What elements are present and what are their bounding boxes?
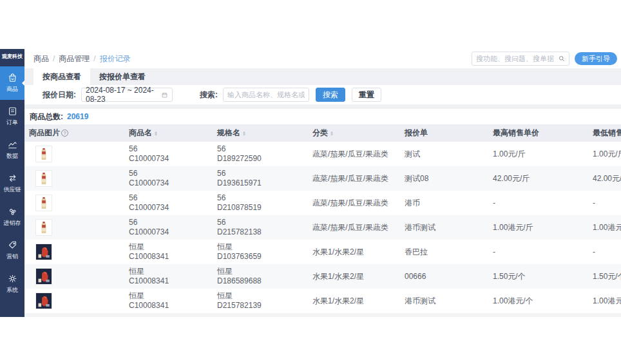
category-cell: 蔬菜/茄果/瓜豆/果蔬类	[308, 149, 400, 160]
global-search-input[interactable]	[472, 55, 558, 62]
app-window: 观麦科技 商品订单数据供应链进销存营销系统 商品/商品管理/报价记录 新手引导 …	[0, 49, 621, 317]
column-header[interactable]: 分类▲▼	[308, 128, 400, 139]
supply-chain-icon	[7, 173, 18, 184]
search-icon[interactable]	[558, 55, 566, 62]
product-name-cell: 恒星C10008341	[124, 267, 213, 286]
spec-name-cell: 恒星D215782139	[213, 291, 308, 311]
lowest-price-cell: 1.00元/斤	[588, 149, 621, 160]
guide-button[interactable]: 新手引导	[575, 52, 617, 65]
keyword-search-label: 搜索:	[200, 90, 218, 101]
sort-icon[interactable]: ▲▼	[154, 131, 158, 136]
product-id: C10000734	[129, 227, 213, 237]
breadcrumb-link[interactable]: 商品	[33, 53, 49, 64]
category-cell: 水果1/水果2/星	[308, 271, 400, 282]
date-range-input[interactable]: 2024-08-17 ~ 2024-08-23	[81, 88, 173, 102]
sidebar-item-label: 数据	[6, 152, 18, 160]
sidebar-item-system[interactable]: 系统	[0, 267, 24, 301]
product-id: C10008341	[129, 252, 213, 262]
sidebar-item-goods[interactable]: 商品	[0, 66, 24, 100]
category-cell: 蔬菜/茄果/瓜豆/果蔬类	[308, 173, 400, 184]
reset-button[interactable]: 重置	[352, 88, 381, 102]
sidebar-item-label: 供应链	[4, 186, 21, 194]
quote-sheet-cell: 港币测试	[400, 296, 488, 307]
table-body: 56C1000073456D189272590蔬菜/茄果/瓜豆/果蔬类测试1.0…	[24, 142, 621, 313]
marketing-icon	[7, 240, 18, 251]
content-area: 商品/商品管理/报价记录 新手引导 按商品查看按报价单查看 报价日期: 2024…	[24, 49, 621, 317]
product-id: C10000734	[129, 178, 213, 188]
spec-name-cell: 56D210878519	[213, 193, 308, 213]
column-header: 报价单	[400, 128, 488, 139]
column-header-label: 最低销售单价	[593, 128, 621, 137]
quote-sheet-cell: 香巴拉	[400, 247, 488, 258]
data-icon	[7, 139, 18, 150]
sort-icon[interactable]: ▲▼	[330, 131, 334, 136]
bottle-photo[interactable]	[35, 170, 52, 187]
sidebar-item-supply[interactable]: 供应链	[0, 167, 24, 200]
highest-price-cell: 1.00港元/个	[488, 296, 588, 307]
table-row[interactable]: 56C1000073456D193615971蔬菜/茄果/瓜豆/果蔬类测试084…	[24, 166, 621, 191]
search-button[interactable]: 搜索	[316, 88, 345, 102]
jug-photo[interactable]	[35, 292, 52, 309]
sidebar-item-label: 订单	[6, 119, 18, 127]
total-count-label: 商品总数:	[30, 111, 63, 122]
product-id: C10000734	[129, 203, 213, 213]
spec-name: 56	[217, 218, 308, 227]
lowest-price-cell: 1.00港元/个	[588, 296, 621, 307]
column-header[interactable]: 规格名▲▼	[213, 128, 308, 139]
product-name-cell: 恒星C10008341	[124, 291, 213, 311]
sidebar-item-marketing[interactable]: 营销	[0, 234, 24, 267]
sidebar-item-label: 商品	[6, 85, 18, 93]
product-name: 56	[129, 218, 213, 227]
table-row[interactable]: 恒星C10008341恒星D103763659水果1/水果2/星香巴拉--	[24, 240, 621, 264]
table-row[interactable]: 56C1000073456D210878519蔬菜/茄果/瓜豆/果蔬类港币--	[24, 191, 621, 215]
bottle-photo[interactable]	[35, 146, 52, 162]
global-search[interactable]	[472, 52, 569, 66]
product-id: C10008341	[129, 276, 213, 286]
product-id: C10008341	[129, 301, 213, 311]
column-header-label: 报价单	[405, 128, 428, 137]
product-name-cell: 56C10000734	[124, 144, 213, 164]
breadcrumb-separator: /	[93, 54, 95, 63]
table-row[interactable]: 恒星C10008341恒星D215782139水果1/水果2/星港币测试1.00…	[24, 289, 621, 313]
help-icon[interactable]: ?	[61, 129, 68, 137]
product-name: 恒星	[129, 291, 213, 301]
bottle-photo[interactable]	[35, 195, 52, 211]
column-header-label: 商品图片	[29, 128, 60, 137]
products-table: 商品图片?商品名▲▼规格名▲▼分类▲▼报价单最高销售单价最低销售单价 56C10…	[24, 124, 621, 317]
jug-photo[interactable]	[35, 244, 52, 260]
spec-id: D186589688	[217, 276, 308, 286]
table-row[interactable]: 56C1000073456D189272590蔬菜/茄果/瓜豆/果蔬类测试1.0…	[24, 142, 621, 166]
breadcrumb: 商品/商品管理/报价记录	[33, 53, 131, 64]
quote-sheet-cell: 港币	[400, 198, 488, 209]
column-header[interactable]: 商品名▲▼	[124, 128, 213, 139]
product-image-cell	[24, 170, 124, 187]
spec-id: D210878519	[217, 203, 308, 213]
jug-photo[interactable]	[35, 268, 52, 285]
bottle-photo[interactable]	[35, 219, 52, 236]
tab-by-quote[interactable]: 按报价单查看	[90, 68, 155, 85]
table-row[interactable]: 恒星C10008341恒星D186589688水果1/水果2/星006661.5…	[24, 264, 621, 289]
sidebar-item-orders[interactable]: 订单	[0, 100, 24, 133]
keyword-search-input[interactable]	[223, 88, 309, 102]
column-header-label: 最高销售单价	[493, 128, 539, 137]
column-header-label: 商品名	[129, 128, 152, 137]
lowest-price-cell: 1.00港元/斤	[588, 222, 621, 233]
product-image-cell	[24, 292, 124, 309]
product-name: 恒星	[129, 267, 213, 276]
spec-name-cell: 56D215782138	[213, 218, 308, 237]
tab-by-product[interactable]: 按商品查看	[33, 68, 90, 85]
lowest-price-cell: -	[588, 247, 621, 256]
view-tabs: 按商品查看按报价单查看	[24, 68, 621, 85]
sidebar-item-inventory[interactable]: 进销存	[0, 200, 24, 234]
product-name-cell: 56C10000734	[124, 169, 213, 188]
table-row[interactable]: 56C1000073456D215782138蔬菜/茄果/瓜豆/果蔬类港币测试1…	[24, 215, 621, 240]
highest-price-cell: 1.00港元/斤	[488, 222, 588, 233]
date-range-value: 2024-08-17 ~ 2024-08-23	[86, 86, 161, 104]
breadcrumb-link[interactable]: 商品管理	[59, 53, 90, 64]
sort-icon[interactable]: ▲▼	[242, 131, 246, 136]
column-header: 最高销售单价	[488, 128, 588, 139]
sidebar-nav: 商品订单数据供应链进销存营销系统	[0, 66, 24, 301]
page: 观麦科技 商品订单数据供应链进销存营销系统 商品/商品管理/报价记录 新手引导 …	[0, 0, 621, 364]
order-icon	[7, 106, 18, 117]
sidebar-item-data[interactable]: 数据	[0, 133, 24, 167]
